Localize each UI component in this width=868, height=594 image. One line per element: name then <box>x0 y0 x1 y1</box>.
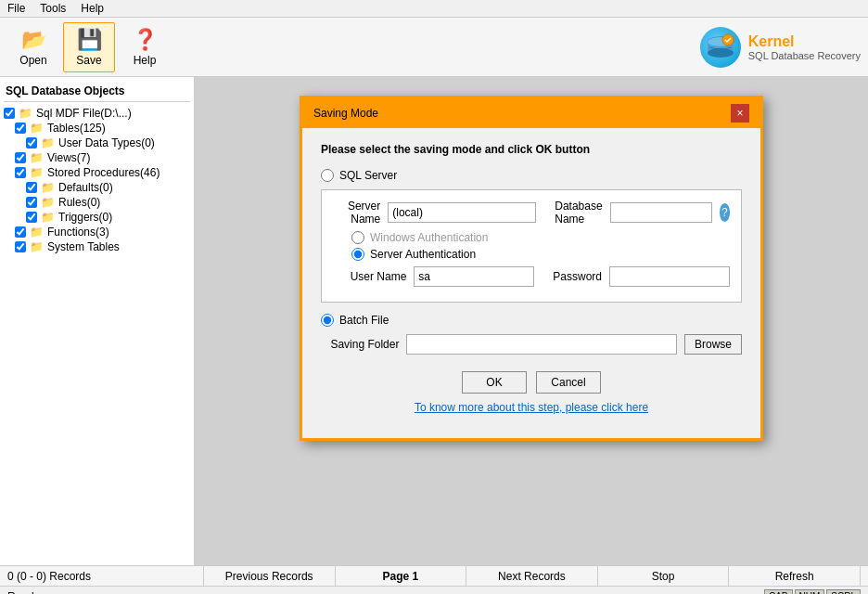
folder-icon: 📁 <box>41 211 55 224</box>
help-button[interactable]: ❓ Help <box>119 22 171 72</box>
triggers-label: Triggers(0) <box>58 211 112 224</box>
modal-body: Please select the saving mode and click … <box>302 128 760 438</box>
folder-icon: 📁 <box>41 196 55 209</box>
next-text: Next Records <box>498 570 566 583</box>
tree-stored-procedures[interactable]: 📁 Stored Procedures(46) <box>15 165 190 180</box>
saving-folder-label: Saving Folder <box>321 338 399 351</box>
saving-folder-input[interactable] <box>406 334 677 355</box>
server-name-input[interactable] <box>388 202 536 223</box>
tree-root-label: Sql MDF File(D:\...) <box>36 107 132 120</box>
folder-icon: 📁 <box>30 226 44 239</box>
save-label: Save <box>76 54 101 67</box>
folder-icon: 📁 <box>30 166 44 179</box>
tree-root[interactable]: 📁 Sql MDF File(D:\...) <box>4 106 190 121</box>
previous-text: Previous Records <box>225 570 313 583</box>
triggers-checkbox[interactable] <box>26 212 37 223</box>
functions-checkbox[interactable] <box>15 226 26 238</box>
help-database-button[interactable]: ? <box>720 203 730 222</box>
password-input[interactable] <box>609 266 730 287</box>
rules-label: Rules(0) <box>58 196 100 209</box>
folder-icon: 📁 <box>30 151 44 164</box>
views-checkbox[interactable] <box>15 152 26 163</box>
modal-info-link[interactable]: To know more about this step, please cli… <box>415 401 648 414</box>
windows-auth-radio[interactable] <box>351 231 364 244</box>
sql-server-label: SQL Server <box>339 169 397 182</box>
previous-section[interactable]: Previous Records <box>204 566 336 586</box>
modal-footer: OK Cancel <box>321 360 742 401</box>
tables-checkbox[interactable] <box>15 123 26 134</box>
folder-icon: 📁 <box>19 107 32 120</box>
menu-bar: File Tools Help <box>0 0 868 18</box>
save-button[interactable]: 💾 Save <box>63 22 115 72</box>
stored-procedures-label: Stored Procedures(46) <box>47 166 160 179</box>
tree-tables[interactable]: 📁 Tables(125) <box>15 121 190 136</box>
server-name-row: Server Name Database Name ? <box>333 200 730 226</box>
tree-triggers[interactable]: 📁 Triggers(0) <box>26 210 190 225</box>
tree-user-data-types[interactable]: 📁 User Data Types(0) <box>26 136 190 150</box>
database-name-input[interactable] <box>610 202 712 223</box>
defaults-label: Defaults(0) <box>58 181 113 194</box>
menu-tools[interactable]: Tools <box>40 2 66 15</box>
ok-button[interactable]: OK <box>462 371 527 394</box>
page-section: Page 1 <box>336 566 467 586</box>
username-input[interactable] <box>414 266 534 287</box>
windows-auth-label: Windows Authentication <box>370 231 488 244</box>
saving-folder-row: Saving Folder Browse <box>321 334 742 355</box>
help-icon: ❓ <box>133 28 158 52</box>
scrl-indicator: SCRL <box>826 589 861 594</box>
windows-auth-row: Windows Authentication <box>351 231 730 244</box>
server-name-label: Server Name <box>333 200 380 226</box>
sidebar-title: SQL Database Objects <box>4 81 190 102</box>
cap-indicator: CAP <box>764 589 793 594</box>
content-area: Saving Mode × Please select the saving m… <box>195 77 868 565</box>
saving-mode-modal: Saving Mode × Please select the saving m… <box>300 96 763 441</box>
records-section: 0 (0 - 0) Records <box>7 566 204 586</box>
rules-checkbox[interactable] <box>26 197 37 208</box>
num-indicator: NUM <box>795 589 825 594</box>
modal-close-button[interactable]: × <box>731 104 749 123</box>
save-icon: 💾 <box>77 28 102 52</box>
open-label: Open <box>19 54 46 67</box>
folder-icon: 📁 <box>41 181 55 194</box>
records-text: 0 (0 - 0) Records <box>7 570 91 583</box>
bottom-bar: Ready CAP NUM SCRL <box>0 586 868 594</box>
bottom-status-text: Ready <box>7 590 40 595</box>
tree-defaults[interactable]: 📁 Defaults(0) <box>26 180 190 195</box>
menu-file[interactable]: File <box>7 2 25 15</box>
functions-label: Functions(3) <box>47 226 109 239</box>
menu-help[interactable]: Help <box>81 2 104 15</box>
defaults-checkbox[interactable] <box>26 182 37 193</box>
tree-sp-children: 📁 Defaults(0) 📁 Rules(0) 📁 Triggers(0) <box>15 180 190 225</box>
next-section[interactable]: Next Records <box>466 566 598 586</box>
server-auth-radio[interactable] <box>351 248 364 261</box>
cancel-button[interactable]: Cancel <box>536 371 601 394</box>
views-label: Views(7) <box>47 151 90 164</box>
tree-views[interactable]: 📁 Views(7) <box>15 150 190 165</box>
folder-icon: 📁 <box>41 136 55 149</box>
sidebar: SQL Database Objects 📁 Sql MDF File(D:\.… <box>0 77 195 565</box>
stored-procedures-checkbox[interactable] <box>15 167 26 178</box>
database-name-label: Database Name <box>555 200 602 226</box>
username-row: User Name Password <box>333 266 730 287</box>
modal-instruction: Please select the saving mode and click … <box>321 143 742 156</box>
modal-header: Saving Mode × <box>302 98 760 128</box>
stop-section[interactable]: Stop <box>598 566 730 586</box>
user-data-types-checkbox[interactable] <box>26 137 37 148</box>
open-button[interactable]: 📂 Open <box>7 22 59 72</box>
modal-title: Saving Mode <box>313 107 378 120</box>
system-tables-checkbox[interactable] <box>15 241 26 252</box>
brand-text-area: Kernel SQL Database Recovery <box>748 33 861 61</box>
batch-file-radio[interactable] <box>321 314 334 327</box>
tree-functions[interactable]: 📁 Functions(3) <box>15 225 190 239</box>
password-label: Password <box>553 270 602 283</box>
refresh-section[interactable]: Refresh <box>729 566 861 586</box>
tree-root-checkbox[interactable] <box>4 108 15 119</box>
modal-info-link-area: To know more about this step, please cli… <box>321 401 742 423</box>
tables-label: Tables(125) <box>47 122 106 135</box>
tree-rules[interactable]: 📁 Rules(0) <box>26 195 190 210</box>
sql-server-radio[interactable] <box>321 169 334 182</box>
page-text: Page 1 <box>382 570 418 583</box>
tree-system-tables[interactable]: 📁 System Tables <box>15 239 190 254</box>
browse-button[interactable]: Browse <box>684 334 742 355</box>
batch-file-section: Batch File Saving Folder Browse <box>321 314 742 355</box>
